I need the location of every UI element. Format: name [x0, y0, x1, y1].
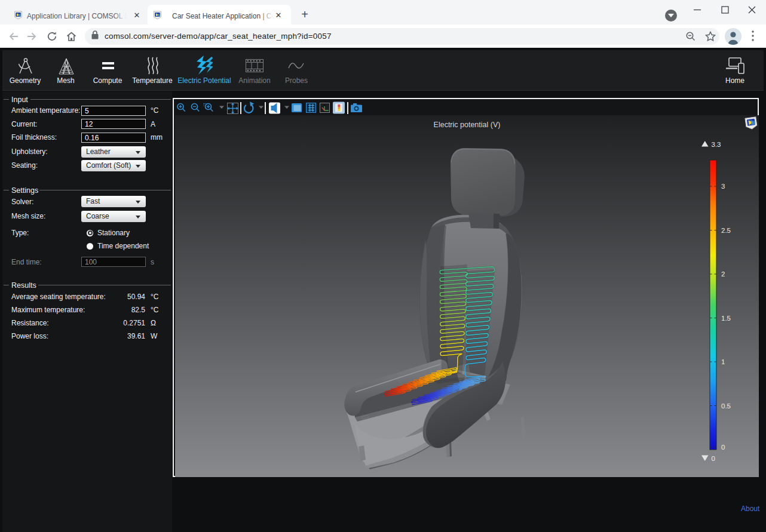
svg-text:0.5: 0.5: [721, 402, 731, 410]
svg-text:2: 2: [721, 270, 725, 278]
svg-text:3: 3: [721, 183, 725, 190]
svg-text:0: 0: [712, 455, 715, 462]
svg-text:1: 1: [721, 358, 725, 365]
svg-text:1.5: 1.5: [721, 315, 731, 322]
svg-text:0: 0: [721, 444, 725, 451]
svg-text:3.3: 3.3: [712, 141, 721, 148]
svg-text:2.5: 2.5: [721, 227, 731, 234]
